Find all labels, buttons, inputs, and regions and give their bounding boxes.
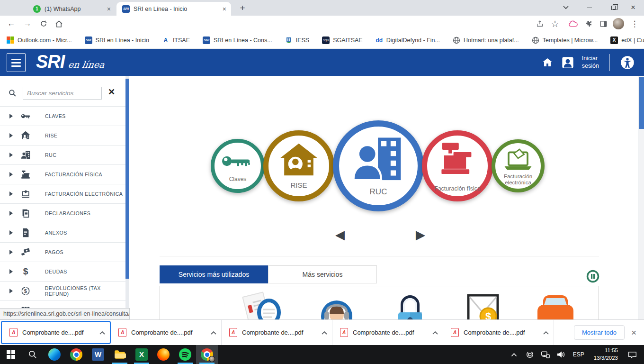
back-button[interactable]: ← [5, 17, 18, 30]
service-security-lock-icon[interactable] [389, 291, 431, 319]
sidebar-item-claves[interactable]: CLAVES [0, 107, 125, 126]
taskbar-chrome-icon[interactable] [65, 345, 87, 364]
tab-search-chevron-icon[interactable] [555, 0, 577, 15]
bookmark-hotmart[interactable]: Hotmart: una plataf... [453, 36, 519, 44]
sidebar-item-facturacion-electronica[interactable]: FACTURACIÓN ELECTRÓNICA [0, 184, 125, 204]
browser-menu-kebab-icon[interactable]: ⋮ [628, 17, 641, 30]
tab-close-icon[interactable]: × [107, 5, 111, 13]
sidebar-scrollbar-thumb[interactable] [125, 79, 129, 279]
taskbar-spotify-icon[interactable] [174, 345, 196, 364]
accessibility-icon[interactable] [620, 55, 635, 70]
carousel-next-arrow[interactable]: ▶ [416, 228, 425, 241]
bookmark-star-icon[interactable]: ☆ [548, 17, 562, 30]
side-panel-icon[interactable] [597, 17, 610, 30]
taskbar-word-icon[interactable]: W [87, 345, 109, 364]
reload-button[interactable] [37, 17, 50, 30]
carousel-item-ruc[interactable]: RUC [333, 120, 424, 211]
page-scrollbar[interactable] [638, 76, 644, 319]
sidebar-item-pagos[interactable]: PAGOS [0, 243, 125, 262]
search-services-input[interactable] [23, 87, 102, 100]
dollar-refund-icon: $ [20, 286, 31, 296]
window-restore-button[interactable] [602, 0, 624, 15]
carousel-item-facturacion-electronica[interactable]: Facturación electrónica [492, 139, 545, 192]
download-item[interactable]: A Comprobante de....pdf [111, 320, 222, 345]
taskbar-chrome-active-icon[interactable] [196, 345, 218, 364]
bookmark-itsae[interactable]: A ITSAE [162, 36, 190, 44]
bookmark-templates[interactable]: Templates | Microw... [532, 36, 598, 44]
sidebar-item-ruc[interactable]: RUC [0, 146, 125, 165]
chevron-up-icon[interactable] [99, 331, 105, 335]
bookmark-digitaldefynd[interactable]: dd DigitalDefynd - Fin... [376, 36, 440, 44]
header-home-icon[interactable] [541, 57, 554, 68]
chevron-up-icon[interactable] [322, 331, 327, 335]
sidebar-item-devoluciones[interactable]: $ DEVOLUCIONES (TAX REFUND) [0, 282, 125, 301]
share-icon[interactable] [533, 17, 546, 30]
tray-language[interactable]: ESP [571, 351, 587, 358]
sidebar-close-icon[interactable]: ✕ [108, 87, 115, 97]
extensions-puzzle-icon[interactable] [581, 17, 595, 30]
download-item[interactable]: A Comprobante de....pdf [1, 321, 111, 344]
sri-icon: SRI [203, 36, 210, 44]
login-button[interactable]: Iniciarsesión [582, 55, 599, 70]
service-consultas-icon[interactable] [240, 291, 285, 319]
page-scrollbar-thumb[interactable] [639, 77, 644, 129]
window-minimize-button[interactable] [579, 0, 600, 15]
new-tab-button[interactable]: + [236, 2, 249, 15]
pdf-icon: A [451, 328, 459, 337]
start-button[interactable] [0, 345, 22, 364]
carousel-item-rise[interactable]: RISE [263, 130, 334, 201]
browser-tab-sri[interactable]: SRI SRI en Línea - Inicio × [116, 2, 231, 16]
carousel-item-claves[interactable]: Claves [211, 139, 265, 193]
search-icon [8, 89, 17, 98]
tab-close-icon[interactable]: × [223, 5, 226, 13]
carousel-item-facturacion-fisica[interactable]: Facturación física [422, 130, 493, 201]
bookmark-sgaitsae[interactable]: sga SGAITSAE [322, 36, 363, 44]
tab-servicios-mas-utilizados[interactable]: Servicios más utilizados [160, 265, 268, 283]
carousel-prev-arrow[interactable]: ◀ [335, 228, 345, 241]
download-item[interactable]: A Comprobante de....pdf [222, 320, 332, 345]
extension-cloud-icon[interactable] [566, 17, 580, 30]
sidebar-item-anexos[interactable]: ANEXOS [0, 223, 125, 243]
download-item[interactable]: A Comprobante de....pdf [332, 320, 443, 345]
bookmark-edx[interactable]: X edX | Cursos en líne... [610, 36, 644, 44]
tray-clock[interactable]: 11:5513/3/2023 [590, 347, 622, 362]
chevron-up-icon[interactable] [543, 331, 549, 335]
sidebar-item-declaraciones[interactable]: DECLARACIONES [0, 204, 125, 223]
service-vehicles-icon[interactable] [532, 291, 579, 319]
profile-avatar[interactable] [612, 17, 625, 30]
pause-button[interactable] [586, 270, 599, 283]
tray-teams-icon[interactable] [524, 345, 536, 364]
taskbar-explorer-icon[interactable] [109, 345, 131, 364]
bookmark-iess[interactable]: IESS [285, 36, 310, 44]
tray-volume-icon[interactable] [555, 345, 567, 364]
sidebar-scrollbar[interactable] [125, 76, 129, 319]
taskbar-edge-icon[interactable] [44, 345, 65, 364]
sidebar-item-deudas[interactable]: $ DEUDAS [0, 262, 125, 282]
service-agent-icon[interactable] [315, 291, 358, 319]
taskbar-excel-icon[interactable]: X [131, 345, 152, 364]
sidebar-item-rise[interactable]: RISE [0, 126, 125, 146]
tray-network-icon[interactable] [539, 345, 552, 364]
login-person-icon[interactable] [561, 56, 574, 69]
forward-button[interactable]: → [21, 17, 34, 30]
tray-chevron-up-icon[interactable] [508, 345, 520, 364]
bookmark-sri-inicio[interactable]: SRI SRI en Línea - Inicio [85, 36, 149, 44]
download-item[interactable]: A Comprobante de....pdf [443, 320, 554, 345]
profile-badge [209, 356, 215, 362]
tab-mas-servicios[interactable]: Más servicios [268, 265, 377, 283]
window-close-button[interactable]: × [622, 0, 644, 15]
chevron-up-icon[interactable] [432, 331, 438, 335]
taskbar-search-icon[interactable] [22, 345, 44, 364]
service-payments-icon[interactable]: $ [462, 291, 504, 319]
sidebar-item-facturacion-fisica[interactable]: FACTURACIÓN FÍSICA [0, 165, 125, 184]
downloads-close-icon[interactable]: × [631, 328, 636, 338]
chevron-up-icon[interactable] [211, 331, 216, 335]
browser-tab-whatsapp[interactable]: 1 (1) WhatsApp × [27, 2, 116, 16]
menu-hamburger-button[interactable] [7, 53, 26, 72]
bookmark-sri-consultas[interactable]: SRI SRI en Línea - Cons... [203, 36, 272, 44]
taskbar-firefox-icon[interactable] [152, 345, 174, 364]
bookmark-outlook[interactable]: Outlook.com - Micr... [7, 36, 72, 44]
home-button[interactable] [52, 17, 65, 30]
show-all-downloads-button[interactable]: Mostrar todo [574, 325, 625, 340]
notification-center-icon[interactable] [625, 345, 639, 364]
